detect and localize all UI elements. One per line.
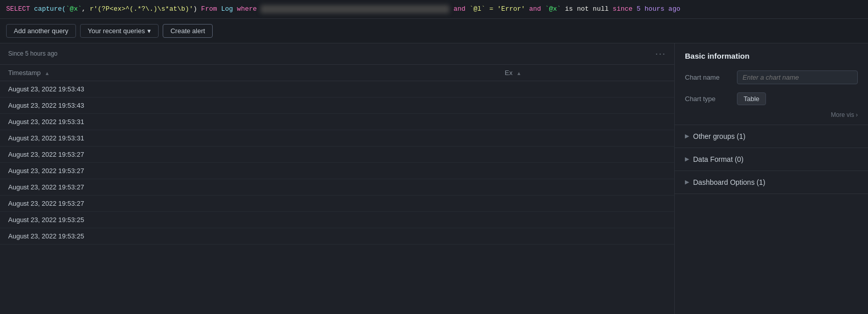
timestamp-cell: August 23, 2022 19:53:31 (0, 113, 497, 130)
other-groups-section: ▶ Other groups (1) (675, 125, 868, 148)
timestamp-cell: August 23, 2022 19:53:43 (0, 81, 497, 97)
timestamp-cell: August 23, 2022 19:53:25 (0, 228, 497, 244)
select-keyword: SELECT (6, 5, 30, 13)
basic-info-section: Basic information Chart name Chart type … (675, 43, 868, 125)
timestamp-cell: August 23, 2022 19:53:27 (0, 195, 497, 211)
more-vis-label[interactable]: More vis › (675, 109, 868, 125)
query-bar: SELECT capture(`@x`, r'(?P<ex>^(.*?\.)\s… (0, 0, 868, 19)
chart-name-field: Chart name (675, 66, 868, 88)
chart-type-label: Chart type (685, 95, 731, 103)
other-groups-label: Other groups (1) (693, 132, 746, 140)
table-row[interactable]: August 23, 2022 19:53:25 (0, 211, 674, 228)
from-keyword: From (201, 5, 217, 13)
right-panel: Basic information Chart name Chart type … (674, 43, 868, 315)
table-area[interactable]: Since 5 hours ago ··· Timestamp ▲ Ex ▲ A… (0, 43, 674, 315)
data-table: Timestamp ▲ Ex ▲ August 23, 2022 19:53:4… (0, 65, 674, 245)
chart-name-label: Chart name (685, 74, 731, 81)
table-row[interactable]: August 23, 2022 19:53:27 (0, 179, 674, 195)
since-keyword: since (612, 5, 632, 13)
ex-cell (497, 113, 674, 130)
ex-cell (497, 162, 674, 179)
chart-type-field: Chart type Table (675, 88, 868, 109)
dashboard-options-chevron: ▶ (685, 179, 689, 185)
table-row[interactable]: August 23, 2022 19:53:43 (0, 97, 674, 113)
timestamp-cell: August 23, 2022 19:53:25 (0, 211, 497, 228)
ex-sort-icon: ▲ (517, 70, 522, 76)
timestamp-cell: August 23, 2022 19:53:27 (0, 179, 497, 195)
table-row[interactable]: August 23, 2022 19:53:27 (0, 162, 674, 179)
dashboard-options-section: ▶ Dashboard Options (1) (675, 171, 868, 194)
recent-queries-label: Your recent queries (88, 27, 145, 35)
more-vis-chevron: › (856, 111, 858, 118)
table-row[interactable]: August 23, 2022 19:53:27 (0, 195, 674, 211)
table-options-button[interactable]: ··· (655, 49, 666, 59)
condition2: `@x` (545, 5, 561, 13)
x-param: `@x` (66, 5, 82, 13)
capture-func: capture( (34, 5, 66, 13)
timestamp-cell: August 23, 2022 19:53:31 (0, 130, 497, 146)
ex-cell (497, 179, 674, 195)
table-header-row: Timestamp ▲ Ex ▲ (0, 65, 674, 81)
recent-queries-button[interactable]: Your recent queries ▾ (80, 24, 159, 38)
time-range-label: Since 5 hours ago (8, 50, 58, 57)
regex-string: r'(?P<ex>^(.*?\.)\s*at\b)' (90, 5, 193, 13)
table-row[interactable]: August 23, 2022 19:53:31 (0, 113, 674, 130)
table-row[interactable]: August 23, 2022 19:53:31 (0, 130, 674, 146)
timestamp-column-header[interactable]: Timestamp ▲ (0, 65, 497, 81)
ex-column-header[interactable]: Ex ▲ (497, 65, 674, 81)
chart-type-value[interactable]: Table (737, 92, 766, 105)
log-source: Log (221, 5, 233, 13)
and2-keyword: and (529, 5, 541, 13)
other-groups-header[interactable]: ▶ Other groups (1) (675, 125, 868, 148)
toolbar: Add another query Your recent queries ▾ … (0, 19, 868, 43)
table-header-bar: Since 5 hours ago ··· (0, 43, 674, 65)
table-row[interactable]: August 23, 2022 19:53:27 (0, 146, 674, 162)
create-alert-button[interactable]: Create alert (163, 24, 213, 38)
blurred-filter (261, 5, 449, 13)
ex-cell (497, 81, 674, 97)
timestamp-cell: August 23, 2022 19:53:27 (0, 146, 497, 162)
other-groups-chevron: ▶ (685, 133, 689, 139)
dashboard-options-header[interactable]: ▶ Dashboard Options (1) (675, 171, 868, 194)
add-query-button[interactable]: Add another query (6, 24, 76, 38)
basic-info-title: Basic information (675, 43, 868, 66)
data-format-chevron: ▶ (685, 156, 689, 162)
chevron-down-icon: ▾ (147, 27, 151, 35)
main-layout: Since 5 hours ago ··· Timestamp ▲ Ex ▲ A… (0, 43, 868, 315)
where-keyword: where (237, 5, 257, 13)
ex-cell (497, 228, 674, 244)
data-format-label: Data Format (0) (693, 155, 744, 163)
table-row[interactable]: August 23, 2022 19:53:43 (0, 81, 674, 97)
ex-cell (497, 97, 674, 113)
data-format-header[interactable]: ▶ Data Format (0) (675, 148, 868, 171)
chart-name-input[interactable] (737, 70, 858, 84)
condition1: `@l` = 'Error' (469, 5, 525, 13)
timestamp-cell: August 23, 2022 19:53:27 (0, 162, 497, 179)
data-format-section: ▶ Data Format (0) (675, 148, 868, 171)
table-row[interactable]: August 23, 2022 19:53:25 (0, 228, 674, 244)
dashboard-options-label: Dashboard Options (1) (693, 178, 765, 186)
ex-cell (497, 146, 674, 162)
time-value: 5 hours ago (636, 5, 680, 13)
ex-cell (497, 195, 674, 211)
timestamp-cell: August 23, 2022 19:53:43 (0, 97, 497, 113)
ex-cell (497, 211, 674, 228)
timestamp-sort-icon: ▲ (44, 70, 49, 76)
and1-keyword: and (453, 5, 465, 13)
ex-cell (497, 130, 674, 146)
